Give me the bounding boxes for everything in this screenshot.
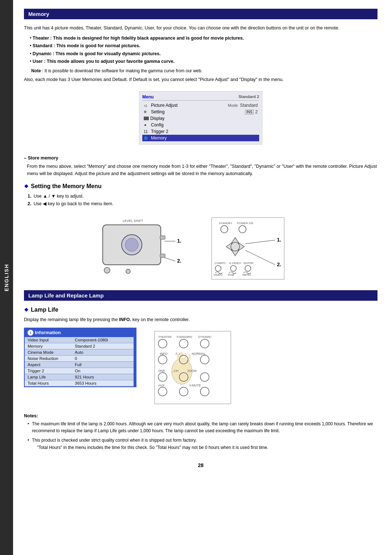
info-row-trigger2: Trigger 2 On [25, 368, 134, 374]
info-value-memory: Standard 2 [72, 343, 134, 349]
setting-memory-diagrams: LEVEL SHIFT 1. 2. [24, 214, 377, 283]
svg-point-39 [158, 339, 167, 348]
lamp-header-text: Lamp Life and Replace Lamp [28, 292, 104, 299]
svg-text:ZOOM: ZOOM [187, 369, 197, 373]
svg-point-56 [158, 373, 167, 381]
memory-also-text: Also, each mode has 3 User Memories and … [24, 76, 377, 83]
svg-text:POWER ON: POWER ON [237, 222, 253, 225]
info-row-cinema-mode: Cinema Mode Auto [25, 349, 134, 355]
memory-bullet-list: Theater : This mode is designed for high… [30, 35, 377, 65]
svg-point-30 [230, 266, 236, 271]
info-label-aspect: Aspect [25, 361, 72, 368]
svg-rect-35 [155, 331, 231, 404]
svg-text:RGB: RGB [228, 273, 234, 276]
info-table-title: i Information [25, 328, 136, 337]
svg-text:THEATER: THEATER [158, 335, 172, 339]
store-memory-body: From the menu above, select "Memory" and… [27, 163, 377, 177]
memory-section-header: Memory [24, 9, 377, 19]
menu-subtitle: Standard 2 [238, 94, 259, 100]
menu-row-config: ✦ Config [142, 122, 259, 128]
info-label-lamp-life: Lamp Life [25, 374, 72, 380]
info-label-trigger2: Trigger 2 [25, 368, 72, 374]
info-label-cinema-mode: Cinema Mode [25, 349, 72, 355]
notes-section: Notes: The maximum life limit of the lam… [24, 413, 377, 451]
svg-text:1.: 1. [277, 237, 281, 243]
note-item-2: This product is checked under strict qua… [28, 437, 377, 451]
info-title-text: Information [35, 330, 61, 335]
setting-memory-heading: ❖ Setting the Memory Menu [24, 183, 377, 190]
info-label-total-hours: Total Hours [25, 380, 72, 386]
svg-point-40 [179, 339, 188, 348]
svg-text:INFO: INFO [160, 352, 168, 356]
lamp-remote-svg: THEATER STANDARD DYNAMIC INFO FULL NORMA… [151, 328, 253, 408]
svg-point-52 [200, 355, 209, 364]
info-row-memory: Memory Standard 2 [25, 343, 134, 349]
info-label-memory: Memory [25, 343, 72, 349]
menu-row-picture-adjust: ◁ Picture Adjust Mode Standard [142, 102, 259, 109]
store-memory-subsection: – Store memory From the menu above, sele… [24, 155, 377, 177]
svg-text:2.: 2. [177, 258, 181, 264]
notes-list: The maximum life limit of the lamp is 2,… [28, 421, 377, 451]
store-memory-title: – Store memory [24, 155, 377, 161]
memory-note: Note : It is possible to download the so… [31, 68, 377, 74]
bullet-standard: Standard : This mode is good for normal … [30, 42, 377, 50]
svg-point-2 [125, 238, 138, 251]
menu-row-setting: ⚙ Setting INS 2 [142, 109, 259, 115]
svg-point-50 [158, 355, 167, 364]
info-row-total-hours: Total Hours 3653 Hours [25, 380, 134, 386]
info-value-aspect: Full [72, 361, 134, 368]
svg-point-5 [126, 269, 130, 274]
setting-memory-steps: 1. Use ▲ / ▼ key to adjust. 2. Use ◀ key… [28, 193, 377, 208]
info-table-wrapper: i Information Video Input Component-1080… [24, 328, 136, 387]
svg-text:1.: 1. [177, 238, 181, 244]
bullet-theater: Theater : This mode is designed for high… [30, 35, 377, 42]
lamp-life-desc: Display the remaining lamp life by press… [24, 316, 377, 323]
projector-diagram: LEVEL SHIFT 1. 2. [92, 214, 193, 283]
svg-line-22 [245, 240, 275, 244]
svg-line-49 [189, 356, 190, 360]
lamp-info-diagrams-row: i Information Video Input Component-1080… [24, 328, 377, 408]
page-number: 28 [198, 462, 204, 468]
svg-rect-8 [160, 236, 165, 239]
svg-point-58 [200, 373, 209, 381]
info-label-noise-reduction: Noise Reduction [25, 355, 72, 361]
memory-intro: This unit has 4 picture modes, Theater, … [24, 24, 377, 32]
svg-text:STANDARD: STANDARD [176, 335, 192, 339]
info-label-video-input: Video Input [25, 337, 72, 343]
svg-line-46 [177, 354, 178, 359]
info-row-video-input: Video Input Component-1080i [25, 337, 134, 343]
remote-diagram: STANDBY POWER ON [208, 214, 310, 283]
svg-text:NORMAL: NORMAL [192, 352, 206, 356]
svg-text:ONE: ONE [158, 369, 165, 373]
svg-text:V-MUTE: V-MUTE [189, 384, 201, 387]
info-row-aspect: Aspect Full [25, 361, 134, 368]
bullet-dynamic: Dynamic : This mode is good for visually… [30, 50, 377, 58]
svg-text:ENTER: ENTER [244, 262, 253, 265]
svg-text:2.: 2. [277, 262, 281, 267]
svg-point-41 [200, 339, 209, 348]
svg-point-61 [158, 387, 167, 396]
sidebar-label-text: ENGLISH [4, 264, 9, 291]
svg-point-15 [221, 226, 228, 233]
info-value-video-input: Component-1080i [72, 337, 134, 343]
lamp-life-title: Lamp Life [31, 307, 58, 313]
svg-point-4 [104, 267, 110, 273]
step-1: 1. Use ▲ / ▼ key to adjust. [28, 193, 377, 200]
svg-text:S-VIDEO: S-VIDEO [229, 262, 241, 265]
svg-text:DYNAMIC: DYNAMIC [198, 335, 212, 339]
menu-screenshot: Menu Standard 2 ◁ Picture Adjust Mode St… [139, 91, 262, 145]
menu-row-display: Display [142, 115, 259, 122]
svg-line-7 [164, 258, 175, 261]
svg-text:...CH: ...CH [171, 369, 178, 373]
info-value-noise-reduction: 0 [72, 355, 134, 361]
notes-title: Notes: [24, 413, 377, 418]
svg-point-29 [215, 266, 221, 271]
info-value-lamp-life: 921 Hours [72, 374, 134, 380]
projector-svg: LEVEL SHIFT 1. 2. [92, 214, 193, 283]
menu-row-memory: 🔵 Memory [142, 135, 259, 141]
note-item-1: The maximum life limit of the lamp is 2,… [28, 421, 377, 435]
memory-header-text: Memory [28, 11, 49, 17]
info-row-lamp-life: Lamp Life 921 Hours [25, 374, 134, 380]
info-value-trigger2: On [72, 368, 134, 374]
lamp-section-header: Lamp Life and Replace Lamp [24, 290, 377, 301]
